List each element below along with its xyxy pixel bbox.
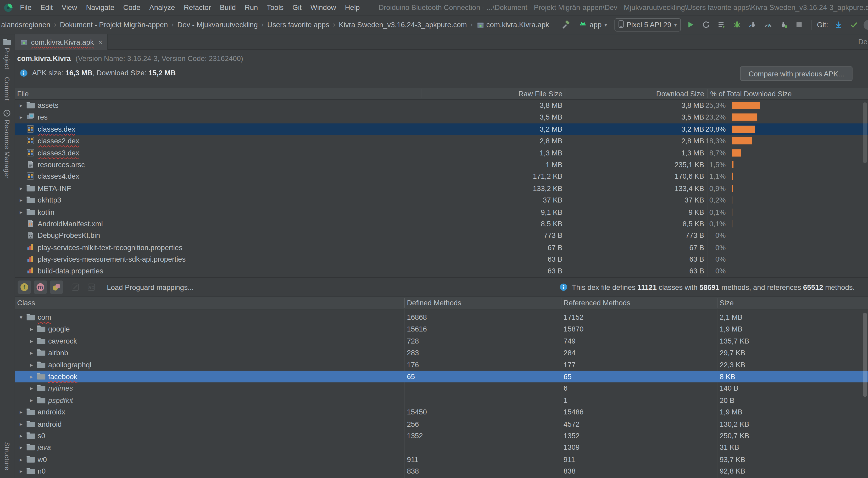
stop-button[interactable] (793, 19, 805, 31)
breadcrumb-item-users-favorite-apps[interactable]: Users favorite apps (267, 21, 329, 29)
menu-code[interactable]: Code (119, 3, 145, 12)
file-row[interactable]: DebugProbesKt.bin773 B773 B0% (15, 230, 868, 242)
class-row[interactable]: ▾com16868171522,1 MB (15, 312, 868, 323)
file-row[interactable]: ▸kotlin9,1 KB9 KB0,1% (15, 206, 868, 218)
column-size[interactable]: Size (720, 297, 734, 310)
file-row[interactable]: classes3.dex1,3 MB1,3 MB8,7% (15, 147, 868, 159)
menu-analyze[interactable]: Analyze (145, 3, 179, 12)
files-scrollbar[interactable] (863, 102, 867, 163)
run-tasks-button[interactable] (716, 19, 728, 31)
class-row[interactable]: ▸w091191193,7 KB (15, 453, 868, 465)
breadcrumb-item-dev-mjukvaruutveckling[interactable]: Dev - Mjukvaruutveckling (178, 21, 258, 29)
breadcrumb-item-com-kivra-kivra-apk[interactable]: com.kivra.Kivra.apk (476, 21, 549, 29)
menu-navigate[interactable]: Navigate (82, 3, 119, 12)
update-project-button[interactable] (832, 19, 844, 31)
expand-chevron-icon[interactable]: ▸ (17, 453, 25, 465)
file-row[interactable]: ▸res3,5 MB3,5 MB23,2% (15, 111, 868, 123)
file-row[interactable]: classes2.dex2,8 MB2,8 MB18,3% (15, 135, 868, 147)
menu-tools[interactable]: Tools (262, 3, 288, 12)
expand-chevron-icon[interactable]: ▸ (28, 359, 36, 371)
file-row[interactable]: ▸assets3,8 MB3,8 MB25,3% (15, 100, 868, 111)
class-row[interactable]: ▸airbnb28328429,7 KB (15, 347, 868, 359)
show-methods-toggle[interactable]: m (34, 281, 47, 294)
build-hammer-button[interactable] (560, 19, 572, 31)
expand-chevron-icon[interactable]: ▾ (17, 312, 25, 323)
column-referenced-methods[interactable]: Referenced Methods (564, 297, 630, 310)
menu-help[interactable]: Help (341, 3, 364, 12)
deobfuscate-button[interactable]: ab (85, 281, 98, 294)
play-button[interactable] (685, 19, 697, 31)
menu-git[interactable]: Git (288, 3, 306, 12)
menu-edit[interactable]: Edit (36, 3, 57, 12)
expand-chevron-icon[interactable]: ▸ (28, 335, 36, 347)
column-download-size[interactable]: Download Size (593, 88, 704, 99)
column-class[interactable]: Class (17, 297, 35, 310)
file-row[interactable]: classes4.dex171,2 KB170,6 KB1,1% (15, 170, 868, 182)
class-row[interactable]: ▸java130931 KB (15, 442, 868, 453)
column-file[interactable]: File (17, 88, 29, 99)
expand-chevron-icon[interactable]: ▸ (17, 466, 25, 477)
expand-chevron-icon[interactable]: ▸ (28, 394, 36, 406)
class-row[interactable]: ▸pspdfkit120 B (15, 394, 868, 406)
class-row[interactable]: ▸apollographql17617722,3 KB (15, 359, 868, 371)
debug-bug-button[interactable] (731, 19, 743, 31)
menu-run[interactable]: Run (240, 3, 262, 12)
expand-chevron-icon[interactable]: ▸ (17, 182, 25, 194)
classes-scrollbar[interactable] (863, 313, 867, 396)
breadcrumb-item-alandsregionen[interactable]: alandsregionen (1, 21, 50, 29)
file-row[interactable]: play-services-mlkit-text-recognition.pro… (15, 242, 868, 254)
expand-chevron-icon[interactable]: ▸ (17, 206, 25, 218)
tool-button-resource-manager[interactable]: Resource Manager (3, 109, 11, 179)
class-row[interactable]: ▸android2564572130,2 KB (15, 418, 868, 430)
menu-file[interactable]: File (16, 3, 36, 12)
file-row[interactable]: AndroidManifest.xml8,5 KB8,5 KB0,1% (15, 218, 868, 230)
file-row[interactable]: resources.arsc1 MB235,1 KB1,5% (15, 159, 868, 170)
tab-apk[interactable]: com.kivra.Kivra.apk × (15, 34, 108, 50)
menu-refactor[interactable]: Refactor (179, 3, 215, 12)
expand-chevron-icon[interactable]: ▸ (28, 323, 36, 335)
class-row[interactable]: ▸nytimes6140 B (15, 383, 868, 394)
expand-chevron-icon[interactable]: ▸ (17, 418, 25, 430)
show-referenced-toggle[interactable] (50, 281, 63, 294)
class-row[interactable]: ▸s013521352250,7 KB (15, 430, 868, 442)
profiler-gauge-button[interactable] (762, 19, 775, 31)
tool-button-commit[interactable]: Commit (3, 77, 11, 101)
expand-chevron-icon[interactable]: ▸ (28, 371, 36, 383)
menu-window[interactable]: Window (306, 3, 341, 12)
file-row[interactable]: build-data.properties63 B63 B0% (15, 265, 868, 277)
tool-button-structure[interactable]: Structure (3, 442, 11, 470)
class-row[interactable]: ▸n083883892,8 KB (15, 466, 868, 477)
menu-build[interactable]: Build (215, 3, 240, 12)
expand-chevron-icon[interactable]: ▸ (17, 442, 25, 453)
attach-debugger-button[interactable] (747, 19, 759, 31)
compare-apk-button[interactable]: Compare with previous APK... (740, 66, 852, 81)
expand-chevron-icon[interactable]: ▸ (17, 100, 25, 111)
run-config-select[interactable]: app ▾ (576, 19, 611, 30)
column-percent[interactable]: % of Total Download Size (710, 88, 792, 99)
menu-view[interactable]: View (57, 3, 82, 12)
class-row[interactable]: ▸androidx15450154861,9 MB (15, 406, 868, 418)
close-icon[interactable]: × (97, 38, 102, 45)
expand-chevron-icon[interactable]: ▸ (28, 347, 36, 359)
column-defined-methods[interactable]: Defined Methods (407, 297, 461, 310)
class-row[interactable]: ▸google15616158701,9 MB (15, 323, 868, 335)
class-row[interactable]: ▸facebook65658 KB (15, 371, 868, 383)
expand-chevron-icon[interactable]: ▸ (28, 383, 36, 394)
file-row[interactable]: classes.dex3,2 MB3,2 MB20,8% (15, 123, 868, 135)
breadcrumb-item-kivra-sweden-v3-16-24-3-[interactable]: Kivra Sweden_v3.16.24-3_apkpure.com (339, 21, 467, 29)
device-select[interactable]: Pixel 5 API 29 ▾ (614, 18, 681, 31)
expand-chevron-icon[interactable]: ▸ (17, 111, 25, 123)
class-row[interactable]: ▸caverock728749135,7 KB (15, 335, 868, 347)
user-avatar-partial[interactable] (864, 20, 868, 30)
breadcrumb-item-dokument-projekt-migr-n-[interactable]: Dokument - Projekt Migrän-appen (60, 21, 168, 29)
apply-changes-button[interactable] (700, 19, 713, 31)
file-row[interactable]: ▸okhttp337 KB37 KB0,2% (15, 194, 868, 206)
expand-chevron-icon[interactable]: ▸ (17, 194, 25, 206)
show-fields-toggle[interactable]: f (18, 281, 31, 294)
file-row[interactable]: ▸META-INF133,2 KB133,4 KB0,9% (15, 182, 868, 194)
expand-chevron-icon[interactable]: ▸ (17, 406, 25, 418)
commit-check-button[interactable] (847, 19, 860, 31)
tool-button-project[interactable]: Project (3, 38, 11, 70)
profile-bug-button[interactable] (778, 19, 790, 31)
expand-chevron-icon[interactable]: ▸ (17, 430, 25, 442)
